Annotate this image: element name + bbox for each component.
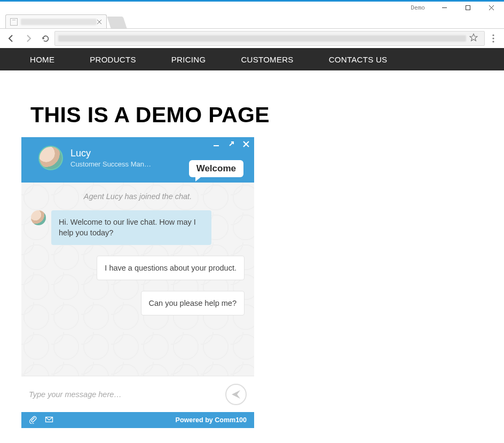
chat-input-area	[21, 376, 254, 412]
tab-title	[21, 19, 97, 25]
chat-text-input[interactable]	[29, 390, 220, 399]
message-bubble-agent: Hi. Welcome to our live chat. How may I …	[51, 210, 211, 245]
chat-minimize-button[interactable]	[212, 140, 220, 148]
powered-by[interactable]: Powered by Comm100	[176, 416, 247, 424]
browser-tab[interactable]	[5, 14, 107, 28]
browser-menu-button[interactable]	[486, 34, 501, 43]
agent-avatar-small	[31, 210, 46, 225]
welcome-bubble: Welcome	[189, 160, 243, 177]
window-maximize-button[interactable]	[456, 2, 479, 13]
nav-customers[interactable]: CUSTOMERS	[241, 55, 293, 64]
window-title: Demo	[411, 4, 426, 11]
reload-button[interactable]	[37, 30, 53, 46]
chat-popout-button[interactable]	[227, 140, 235, 148]
svg-rect-1	[466, 5, 470, 10]
nav-contacts[interactable]: CONTACTS US	[329, 55, 388, 64]
system-message: Agent Lucy has joined the chat.	[31, 192, 245, 201]
window-minimize-button[interactable]	[432, 2, 456, 13]
browser-toolbar	[0, 29, 504, 48]
send-icon	[231, 389, 241, 400]
chat-widget: Lucy Customer Success Man… Welcome Agent…	[21, 137, 254, 428]
page-title: THIS IS A DEMO PAGE	[30, 102, 504, 128]
chat-footer: Powered by Comm100	[21, 412, 254, 428]
address-bar[interactable]	[54, 31, 485, 46]
svg-point-8	[492, 41, 494, 42]
url-text	[58, 35, 466, 42]
new-tab-button[interactable]	[107, 17, 127, 28]
message-bubble-user: I have a questions about your product.	[97, 256, 245, 280]
nav-pricing[interactable]: PRICING	[171, 55, 206, 64]
window-titlebar: Demo	[0, 2, 504, 13]
forward-button[interactable]	[20, 30, 36, 46]
svg-point-6	[492, 34, 494, 36]
browser-tabstrip	[0, 13, 504, 28]
window-close-button[interactable]	[479, 2, 503, 13]
svg-point-7	[492, 37, 494, 39]
page-icon	[10, 18, 18, 26]
chat-header: Lucy Customer Success Man… Welcome	[21, 137, 254, 183]
message-row: Hi. Welcome to our live chat. How may I …	[31, 210, 245, 245]
tab-close-button[interactable]	[97, 19, 102, 25]
message-row: I have a questions about your product.	[31, 256, 245, 280]
nav-products[interactable]: PRODUCTS	[90, 55, 136, 64]
attach-file-button[interactable]	[29, 415, 37, 425]
agent-name: Lucy	[70, 148, 151, 159]
nav-home[interactable]: HOME	[30, 55, 54, 64]
chat-body: Agent Lucy has joined the chat. Hi. Welc…	[21, 183, 254, 376]
message-bubble-user: Can you please help me?	[141, 291, 245, 315]
agent-avatar	[38, 146, 63, 170]
message-row: Can you please help me?	[31, 291, 245, 315]
email-button[interactable]	[45, 415, 53, 425]
bookmark-star-icon[interactable]	[469, 33, 478, 44]
send-button[interactable]	[225, 384, 247, 405]
site-nav: HOME PRODUCTS PRICING CUSTOMERS CONTACTS…	[0, 48, 504, 70]
back-button[interactable]	[3, 30, 19, 46]
agent-title: Customer Success Man…	[70, 160, 151, 168]
chat-close-button[interactable]	[242, 140, 250, 148]
